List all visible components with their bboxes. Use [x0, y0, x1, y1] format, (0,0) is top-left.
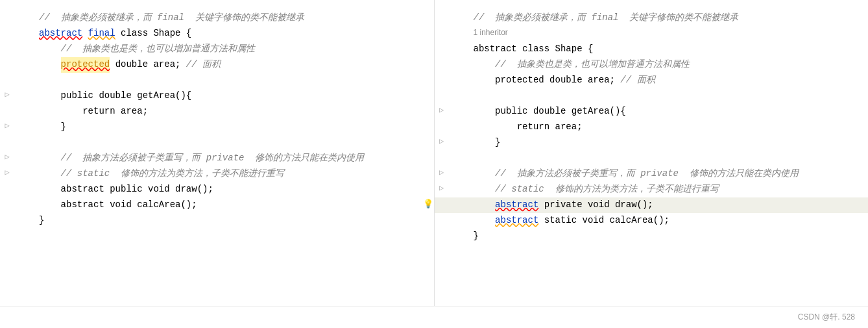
fold-icon[interactable]: ▷ — [1, 88, 13, 101]
comment-text: // 抽象类必须被继承，而 final 关键字修饰的类不能被继承 — [474, 10, 739, 26]
code-line: 1 inheritor — [474, 26, 856, 42]
code-line: abstract final class Shape { — [39, 26, 421, 42]
code-line: ▷ public double getArea(){ — [474, 104, 856, 120]
code-line: return area; — [39, 104, 421, 120]
code-line: protected double area; // 面积 — [474, 73, 856, 88]
code-line: return area; — [474, 120, 856, 135]
code-text: return area; — [474, 120, 583, 135]
code-text: } — [474, 135, 501, 151]
code-text — [474, 213, 496, 229]
code-text — [82, 26, 88, 42]
code-line: abstract public void draw(); — [39, 182, 421, 197]
footer-text: CSDN @轩. 528 — [798, 312, 855, 322]
code-line: // 抽象类也是类，也可以增加普通方法和属性 — [474, 57, 856, 73]
code-text: } — [39, 213, 44, 229]
code-line: // 抽象类必须被继承，而 final 关键字修饰的类不能被继承 — [474, 10, 856, 26]
comment-text: // 抽象方法必须被子类重写，而 private 修饰的方法只能在类内使用 — [474, 166, 799, 182]
code-line: ▷ // 抽象方法必须被子类重写，而 private 修饰的方法只能在类内使用 — [39, 151, 421, 166]
code-line: // 抽象类必须被继承，而 final 关键字修饰的类不能被继承 — [39, 10, 421, 26]
comment-text: // 抽象类必须被继承，而 final 关键字修饰的类不能被继承 — [39, 10, 304, 26]
code-line: abstract void calcArea(); — [39, 197, 421, 213]
keyword-abstract: abstract — [495, 213, 538, 229]
code-line: protected double area; // 面积 — [39, 57, 421, 73]
code-line: } — [474, 229, 856, 244]
code-text: public double getArea(){ — [39, 88, 191, 104]
code-line: ▷ } — [39, 120, 421, 135]
code-line: ▷ // 抽象方法必须被子类重写，而 private 修饰的方法只能在类内使用 — [474, 166, 856, 182]
fold-icon[interactable]: ▷ — [1, 120, 13, 132]
code-text: double area; // 面积 — [110, 57, 221, 73]
keyword-abstract: abstract — [39, 26, 82, 42]
inheritor-badge: 1 inheritor — [474, 26, 508, 39]
code-line — [474, 88, 856, 104]
code-line: } — [39, 213, 421, 229]
code-text: class Shape { — [115, 26, 192, 42]
comment-text: // 抽象类也是类，也可以增加普通方法和属性 — [474, 57, 690, 73]
right-panel: // 抽象类必须被继承，而 final 关键字修饰的类不能被继承 1 inher… — [435, 0, 869, 306]
code-text: } — [39, 120, 66, 135]
code-line: ▷ } — [474, 135, 856, 151]
comment-text: // static 修饰的方法为类方法，子类不能进行重写 — [474, 182, 719, 197]
tip-icon: 💡 — [423, 197, 433, 212]
code-line — [39, 73, 421, 88]
code-text: abstract class Shape { — [474, 42, 594, 57]
footer: CSDN @轩. 528 — [0, 306, 868, 328]
left-panel: // 抽象类必须被继承，而 final 关键字修饰的类不能被继承 abstrac… — [0, 0, 435, 306]
keyword-final: final — [88, 26, 115, 42]
code-text: return area; — [39, 104, 148, 120]
code-text: abstract public void draw(); — [39, 182, 213, 197]
fold-icon[interactable]: ▷ — [436, 166, 448, 179]
fold-icon[interactable]: ▷ — [1, 151, 13, 164]
fold-icon[interactable]: ▷ — [436, 135, 448, 148]
fold-icon[interactable]: ▷ — [1, 166, 13, 179]
code-text: public double getArea(){ — [474, 104, 626, 120]
comment-text: // 抽象类也是类，也可以增加普通方法和属性 — [39, 42, 255, 57]
fold-icon[interactable]: ▷ — [436, 104, 448, 117]
code-line: ▷ public double getArea(){ — [39, 88, 421, 104]
code-text — [474, 197, 496, 213]
code-panels: // 抽象类必须被继承，而 final 关键字修饰的类不能被继承 abstrac… — [0, 0, 868, 306]
code-text: } — [474, 229, 479, 244]
left-code-area: // 抽象类必须被继承，而 final 关键字修饰的类不能被继承 abstrac… — [0, 10, 434, 229]
code-line: ▷ // static 修饰的方法为类方法，子类不能进行重写 — [39, 166, 421, 182]
comment-text: // static 修饰的方法为类方法，子类不能进行重写 — [39, 166, 284, 182]
code-line: // 抽象类也是类，也可以增加普通方法和属性 — [39, 42, 421, 57]
comment-text: // 抽象方法必须被子类重写，而 private 修饰的方法只能在类内使用 — [39, 151, 364, 166]
code-line — [39, 135, 421, 151]
code-text: protected double area; // 面积 — [474, 73, 655, 88]
fold-icon[interactable]: ▷ — [436, 182, 448, 195]
code-text — [39, 57, 61, 73]
code-line-highlighted: 💡 abstract private void draw(); — [435, 197, 869, 213]
keyword-abstract: abstract — [495, 197, 538, 213]
code-text: private void draw(); — [538, 197, 653, 213]
code-line: abstract static void calcArea(); — [474, 213, 856, 229]
right-code-area: // 抽象类必须被继承，而 final 关键字修饰的类不能被继承 1 inher… — [435, 10, 869, 244]
code-text: static void calcArea(); — [538, 213, 669, 229]
code-line: ▷ // static 修饰的方法为类方法，子类不能进行重写 — [474, 182, 856, 197]
keyword-protected: protected — [61, 57, 110, 73]
code-line: abstract class Shape { — [474, 42, 856, 57]
code-text: abstract void calcArea(); — [39, 197, 197, 213]
code-line — [474, 151, 856, 166]
